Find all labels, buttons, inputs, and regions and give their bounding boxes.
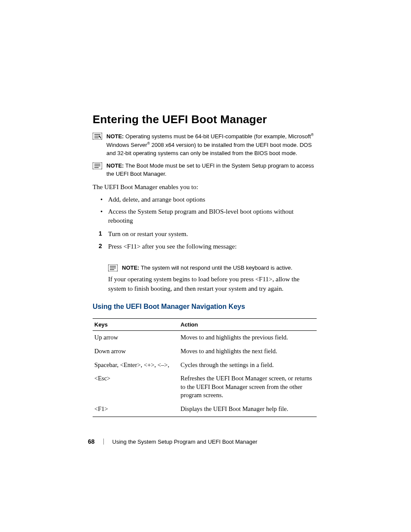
cell-action: Displays the UEFI Boot Manager help file… bbox=[179, 402, 317, 417]
list-item: Access the System Setup program and BIOS… bbox=[108, 207, 317, 226]
col-action: Action bbox=[179, 319, 317, 331]
list-item: Add, delete, and arrange boot options bbox=[108, 195, 317, 205]
col-keys: Keys bbox=[93, 319, 179, 331]
note-label: NOTE: bbox=[106, 162, 124, 169]
bullet-list: Add, delete, and arrange boot options Ac… bbox=[93, 195, 317, 226]
cell-action: Cycles through the settings in a field. bbox=[179, 358, 317, 372]
table-header-row: Keys Action bbox=[93, 319, 317, 331]
note-3-body: The system will not respond until the US… bbox=[139, 264, 292, 271]
cell-key: <Esc> bbox=[93, 372, 179, 402]
heading-main: Entering the UEFI Boot Manager bbox=[93, 113, 317, 126]
page-content: Entering the UEFI Boot Manager NOTE: Ope… bbox=[93, 113, 317, 417]
list-item: Turn on or restart your system. bbox=[108, 229, 317, 239]
page-number: 68 bbox=[88, 438, 95, 445]
note-2-body: The Boot Mode must be set to UEFI in the… bbox=[106, 162, 314, 177]
table-row: Up arrow Moves to and highlights the pre… bbox=[93, 331, 317, 345]
cell-key: <F1> bbox=[93, 402, 179, 417]
subheading: Using the UEFI Boot Manager Navigation K… bbox=[93, 303, 317, 311]
cell-key: Up arrow bbox=[93, 331, 179, 345]
note-1-mid: Windows Server bbox=[106, 142, 147, 149]
note-icon bbox=[93, 133, 102, 140]
cell-key: Down arrow bbox=[93, 345, 179, 358]
table-row: <Esc> Refreshes the UEFI Boot Manager sc… bbox=[93, 372, 317, 402]
cell-action: Refreshes the UEFI Boot Manager screen, … bbox=[179, 372, 317, 402]
note-3: NOTE: The system will not respond until … bbox=[108, 264, 317, 272]
page-footer: 68 Using the System Setup Program and UE… bbox=[88, 438, 316, 445]
table-row: Down arrow Moves to and highlights the n… bbox=[93, 345, 317, 358]
registered-icon: ® bbox=[311, 133, 314, 137]
note-2: NOTE: The Boot Mode must be set to UEFI … bbox=[93, 162, 317, 178]
table-row: <F1> Displays the UEFI Boot Manager help… bbox=[93, 402, 317, 417]
intro-text: The UEFI Boot Manager enables you to: bbox=[93, 183, 317, 192]
navigation-keys-table: Keys Action Up arrow Moves to and highli… bbox=[93, 318, 317, 417]
note-label: NOTE: bbox=[106, 133, 124, 140]
list-item: Press <F11> after you see the following … bbox=[108, 242, 317, 252]
note-label: NOTE: bbox=[122, 264, 139, 271]
note-2-text: NOTE: The Boot Mode must be set to UEFI … bbox=[106, 162, 317, 178]
step-list: Turn on or restart your system. Press <F… bbox=[93, 229, 317, 251]
cell-action: Moves to and highlights the next field. bbox=[179, 345, 317, 358]
note-1-pre: Operating systems must be 64-bit UEFI-co… bbox=[124, 133, 311, 140]
cell-key: Spacebar, <Enter>, <+>, <–>, bbox=[93, 358, 179, 372]
table-row: Spacebar, <Enter>, <+>, <–>, Cycles thro… bbox=[93, 358, 317, 372]
footer-divider bbox=[103, 439, 104, 445]
followup-text: If your operating system begins to load … bbox=[108, 275, 317, 294]
cell-action: Moves to and highlights the previous fie… bbox=[179, 331, 317, 345]
note-1: NOTE: Operating systems must be 64-bit U… bbox=[93, 132, 317, 158]
note-3-text: NOTE: The system will not respond until … bbox=[122, 264, 293, 272]
note-icon bbox=[108, 264, 118, 271]
footer-title: Using the System Setup Program and UEFI … bbox=[112, 439, 258, 445]
note-icon bbox=[93, 162, 102, 169]
note-1-text: NOTE: Operating systems must be 64-bit U… bbox=[106, 132, 317, 158]
